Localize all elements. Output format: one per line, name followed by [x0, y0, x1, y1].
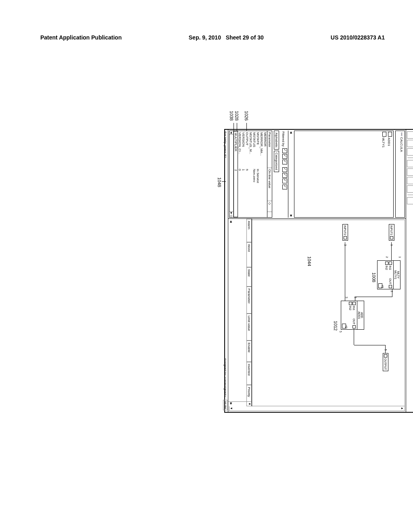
- tool-icon[interactable]: [407, 148, 413, 156]
- add-block[interactable]: ADDADD1 IN1 IN2 OUT #2: [341, 301, 364, 330]
- param-row[interactable]: OUTPUT5: [245, 131, 249, 217]
- diagram-canvas[interactable]: INPUT1 1 INPUT2 3 MLTYMLTY1 IN1: [228, 219, 406, 412]
- wire: [354, 345, 386, 345]
- wire: [355, 297, 392, 297]
- wire: [345, 301, 350, 301]
- alarm-col[interactable]: Enable: [246, 341, 252, 362]
- wire: [355, 297, 355, 301]
- pub-number: US 2010/0228373 A1: [331, 34, 385, 41]
- tool-icon[interactable]: [407, 185, 413, 193]
- scrollbar[interactable]: ▴ ▾: [229, 406, 405, 411]
- status-assigned: Assigned to: <unassigned>: [223, 358, 227, 397]
- filter-check-icon[interactable]: [282, 179, 287, 183]
- filter-check-icon[interactable]: [282, 167, 287, 172]
- alarm-panel: Alarm Word State Parameter Limit value E…: [228, 219, 252, 406]
- tool-icon[interactable]: [407, 131, 413, 139]
- callout-label: 1048: [217, 177, 222, 187]
- wire: [385, 345, 386, 353]
- param-row[interactable]: VERSION1: [242, 131, 245, 217]
- status-help: For Help, press F1: [223, 131, 227, 158]
- param-row[interactable]: MERROR_MA...: [260, 131, 263, 217]
- scrollbar[interactable]: ▾: [228, 401, 252, 406]
- callout-label: 1026: [244, 111, 249, 121]
- param-row[interactable]: MSTATUSNon-zero: [252, 131, 256, 217]
- param-col-name[interactable]: Parameter: [267, 131, 272, 168]
- port-num: 2: [386, 256, 388, 258]
- alarm-col[interactable]: Parameter: [246, 287, 252, 314]
- param-col-value[interactable]: On-line value: [267, 168, 272, 201]
- left-panel: 👓 CALCULA ADD1 MLTY1 1050 ◄► Filtered by…: [228, 130, 406, 219]
- alarm-col[interactable]: Limit value: [246, 314, 252, 341]
- tool-icon[interactable]: [407, 177, 413, 184]
- wire-label: 5: [339, 331, 342, 332]
- module-item[interactable]: ADD1: [387, 132, 392, 216]
- tool-icon[interactable]: [407, 160, 413, 167]
- alarm-col[interactable]: Inverted: [246, 362, 252, 385]
- port-num: 1: [398, 256, 401, 258]
- wire: [345, 242, 345, 301]
- param-col-extra[interactable]: ◇: [267, 201, 272, 212]
- app-window: [AREA_A/CALCULATION_1 (Debug Mode) Runni…: [224, 129, 413, 413]
- status-num: NUM: [223, 400, 227, 410]
- block-icon: [388, 132, 392, 137]
- filter-check-icon[interactable]: [282, 185, 287, 189]
- output-block[interactable]: OUTPUT: [383, 353, 388, 371]
- alarm-col[interactable]: Alarm: [246, 219, 252, 242]
- pub-date: Sep. 9, 2010 Sheet 29 of 30: [189, 34, 264, 41]
- alarm-col[interactable]: Word: [246, 242, 252, 267]
- block-icon: [382, 132, 386, 137]
- param-row[interactable]: MERROR: [263, 131, 267, 217]
- alarm-col[interactable]: State: [246, 267, 252, 287]
- tool-icon[interactable]: [407, 140, 413, 147]
- param-row[interactable]: MSTATUS_M...: [249, 131, 252, 217]
- callout-label: 1012: [333, 321, 338, 330]
- input1-block[interactable]: INPUT1: [389, 224, 394, 241]
- filter-check-icon[interactable]: [282, 173, 287, 178]
- tool-icon[interactable]: [407, 197, 413, 204]
- block-expand-icon[interactable]: [378, 283, 382, 288]
- callout-label: 1008: [371, 272, 376, 282]
- toolbar-secondary: [406, 130, 413, 412]
- tab-alphabetic[interactable]: Alphabetic: [274, 131, 279, 150]
- pub-label: Patent Application Publication: [40, 34, 122, 41]
- param-row[interactable]: MULTIPLIER2: [234, 131, 238, 217]
- callout-label: 1028: [234, 111, 239, 121]
- module-item[interactable]: MLTY1: [381, 132, 387, 216]
- tabs: Alphabetic Categorized: [274, 131, 279, 218]
- module-list: ADD1 MLTY1 1050: [294, 131, 394, 218]
- wire: [391, 242, 392, 260]
- parameter-table: Parameter On-line value ◇ MERROR MERROR_…: [229, 131, 272, 218]
- filter-check-icon[interactable]: [282, 148, 287, 153]
- statusbar: For Help, press F1 Assigned to: <unassig…: [223, 130, 228, 412]
- input2-block[interactable]: INPUT2: [342, 224, 348, 241]
- block-expand-icon[interactable]: [342, 324, 346, 328]
- tool-icon[interactable]: [407, 168, 413, 176]
- mlty-block[interactable]: MLTYMLTY1 IN1 IN2 OUT #1: [377, 260, 400, 289]
- port-num: 3: [345, 297, 348, 298]
- wire: [392, 289, 392, 297]
- workspace: 👓 CALCULA ADD1 MLTY1 1050 ◄► Filtered by…: [228, 130, 406, 412]
- filter-check-icon[interactable]: [282, 154, 287, 159]
- callout-label: 1038: [229, 111, 234, 121]
- param-row[interactable]: VERSION_Cl...0: [238, 131, 242, 217]
- tree-selector[interactable]: 👓 CALCULA: [395, 131, 405, 218]
- filter-check-icon[interactable]: [282, 160, 287, 164]
- wire: [354, 329, 354, 345]
- tab-categorized[interactable]: Categorized: [274, 151, 279, 172]
- callout-label: 1044: [307, 256, 312, 266]
- filter-box: Filtered by:: [281, 131, 288, 218]
- filter-label: Filtered by:: [282, 131, 285, 148]
- param-row[interactable]: MSTATEIn Service: [256, 131, 260, 217]
